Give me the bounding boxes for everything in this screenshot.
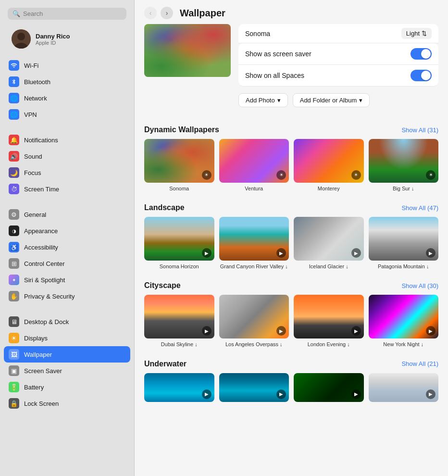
wallpaper-item-dubai[interactable]: ▶ Dubai Skyline ↓: [144, 295, 214, 348]
underwater-section-header: Underwater Show All (21): [144, 360, 438, 368]
appearance-selector[interactable]: Light ⇅: [401, 28, 432, 39]
appearance-icon: ◑: [9, 225, 19, 236]
sound-icon: 🔊: [9, 151, 19, 162]
sidebar-item-screentime[interactable]: ⏱ Screen Time: [4, 181, 130, 197]
forward-button[interactable]: ›: [161, 7, 173, 19]
page-title: Wallpaper: [180, 8, 225, 19]
newyork-thumb: ▶: [369, 295, 439, 338]
wallpaper-item-newyork[interactable]: ▶ New York Night ↓: [369, 295, 439, 348]
search-input[interactable]: [23, 10, 122, 17]
sidebar-label-screensaver: Screen Saver: [24, 367, 62, 375]
search-bar[interactable]: 🔍: [8, 8, 126, 20]
sidebar-item-wallpaper[interactable]: 🖼 Wallpaper: [4, 346, 130, 363]
wallpaper-item-uw2[interactable]: ▶: [219, 373, 289, 407]
canyon-indicator: ▶: [276, 248, 286, 258]
wallpaper-item-london[interactable]: ▶ London Evening ↓: [294, 295, 364, 348]
wallpaper-item-uw4[interactable]: ▶: [369, 373, 439, 407]
sidebar-item-bluetooth[interactable]: Bluetooth: [4, 74, 130, 90]
underwater-show-all[interactable]: Show All (21): [401, 360, 438, 367]
sidebar-section-general: ⚙ General ◑ Appearance ♿ Accessibility ⊞…: [4, 206, 130, 304]
sidebar-item-privacy[interactable]: ✋ Privacy & Security: [4, 288, 130, 304]
sidebar-item-notifications[interactable]: 🔔 Notifications: [4, 132, 130, 148]
dubai-name: Dubai Skyline ↓: [144, 341, 214, 348]
canyon-thumb: ▶: [219, 217, 289, 261]
sidebar-item-controlcenter[interactable]: ⊞ Control Center: [4, 255, 130, 272]
sidebar-label-wallpaper: Wallpaper: [24, 351, 52, 358]
add-photo-button[interactable]: Add Photo ▾: [238, 93, 288, 107]
newyork-indicator: ▶: [426, 326, 436, 336]
wallpaper-item-uw3[interactable]: ▶: [294, 373, 364, 407]
focus-icon: 🌙: [9, 167, 19, 178]
add-folder-button[interactable]: Add Folder or Album ▾: [293, 93, 370, 107]
ventura-indicator: ☀: [276, 170, 286, 180]
uw3-indicator: ▶: [351, 389, 361, 399]
sidebar-item-displays[interactable]: ☀ Displays: [4, 330, 130, 346]
cityscape-show-all[interactable]: Show All (30): [401, 282, 438, 289]
all-spaces-toggle[interactable]: [411, 70, 432, 81]
dubai-indicator: ▶: [202, 326, 212, 336]
london-name: London Evening ↓: [294, 341, 364, 348]
sidebar-item-appearance[interactable]: ◑ Appearance: [4, 223, 130, 239]
bigsur-indicator: ☀: [426, 170, 436, 180]
sidebar-label-wifi: Wi-Fi: [24, 62, 38, 69]
landscape-grid: ▶ Sonoma Horizon ▶ Grand Canyon River Va…: [144, 217, 438, 270]
wallpaper-item-bigsur[interactable]: ☀ Big Sur ↓: [369, 139, 439, 192]
ventura-thumb: ☀: [219, 139, 289, 183]
patagonia-indicator: ▶: [426, 248, 436, 258]
sidebar-label-focus: Focus: [24, 169, 41, 176]
add-buttons-row: Add Photo ▾ Add Folder or Album ▾: [238, 93, 438, 107]
sidebar-item-sound[interactable]: 🔊 Sound: [4, 148, 130, 164]
la-name: Los Angeles Overpass ↓: [219, 341, 289, 348]
sidebar-label-privacy: Privacy & Security: [24, 293, 75, 300]
controlcenter-icon: ⊞: [9, 258, 19, 269]
sidebar-item-siri[interactable]: ✦ Siri & Spotlight: [4, 272, 130, 288]
wallpaper-item-ventura[interactable]: ☀ Ventura: [219, 139, 289, 192]
wallpaper-item-la[interactable]: ▶ Los Angeles Overpass ↓: [219, 295, 289, 348]
wallpaper-item-monterey[interactable]: ☀ Monterey: [294, 139, 364, 192]
uw2-indicator: ▶: [276, 389, 286, 399]
back-button[interactable]: ‹: [144, 7, 157, 19]
uw1-thumb: ▶: [144, 373, 214, 402]
sidebar-item-battery[interactable]: 🔋 Battery: [4, 379, 130, 395]
sidebar-item-wifi[interactable]: Wi-Fi: [4, 57, 130, 74]
sonoma-thumb: ☀: [144, 139, 214, 183]
sidebar-item-general[interactable]: ⚙ General: [4, 206, 130, 223]
london-thumb: ▶: [294, 295, 364, 338]
sidebar-item-accessibility[interactable]: ♿ Accessibility: [4, 239, 130, 255]
canyon-name: Grand Canyon River Valley ↓: [219, 263, 289, 270]
current-wallpaper-name-row: Sonoma Light ⇅: [238, 24, 438, 43]
sidebar-scroll: Wi-Fi Bluetooth 🌐 Network 🌐 VPN 🔔: [0, 55, 134, 476]
monterey-name: Monterey: [294, 185, 364, 192]
user-profile-row[interactable]: Danny Rico Apple ID: [8, 26, 126, 51]
monterey-thumb: ☀: [294, 139, 364, 183]
sidebar-item-desktop[interactable]: 🖥 Desktop & Dock: [4, 313, 130, 330]
dynamic-show-all[interactable]: Show All (31): [401, 126, 438, 134]
current-wallpaper-name: Sonoma: [245, 30, 270, 38]
wallpaper-settings-panel: Sonoma Light ⇅ Show as screen saver Show…: [238, 24, 438, 116]
sidebar-section-network: Wi-Fi Bluetooth 🌐 Network 🌐 VPN: [4, 57, 130, 123]
sidebar-item-vpn[interactable]: 🌐 VPN: [4, 106, 130, 123]
sidebar-label-controlcenter: Control Center: [24, 260, 65, 267]
wallpaper-item-iceland[interactable]: ▶ Iceland Glacier ↓: [294, 217, 364, 270]
svg-point-1: [17, 33, 25, 40]
landscape-show-all[interactable]: Show All (47): [401, 204, 438, 212]
wallpaper-item-patagonia[interactable]: ▶ Patagonia Mountain ↓: [369, 217, 439, 270]
screen-saver-toggle[interactable]: [411, 48, 432, 60]
uw4-indicator: ▶: [426, 389, 436, 399]
wallpaper-item-uw1[interactable]: ▶: [144, 373, 214, 407]
sidebar-item-focus[interactable]: 🌙 Focus: [4, 164, 130, 181]
notifications-icon: 🔔: [9, 135, 19, 145]
monterey-indicator: ☀: [351, 170, 361, 180]
wallpaper-item-sonoma[interactable]: ☀ Sonoma: [144, 139, 214, 192]
user-subtitle: Apple ID: [36, 40, 70, 46]
wallpaper-item-canyon[interactable]: ▶ Grand Canyon River Valley ↓: [219, 217, 289, 270]
sidebar-item-screensaver[interactable]: ▣ Screen Saver: [4, 363, 130, 379]
sidebar-item-lockscreen[interactable]: 🔒 Lock Screen: [4, 395, 130, 412]
la-indicator: ▶: [276, 326, 286, 336]
sidebar-item-network[interactable]: 🌐 Network: [4, 90, 130, 106]
current-wallpaper-thumb[interactable]: [144, 24, 231, 77]
wallpaper-item-sonoma-horizon[interactable]: ▶ Sonoma Horizon: [144, 217, 214, 270]
landscape-section-header: Landscape Show All (47): [144, 203, 438, 212]
underwater-grid: ▶ ▶ ▶ ▶: [144, 373, 438, 407]
sonoma-name: Sonoma: [144, 185, 214, 192]
